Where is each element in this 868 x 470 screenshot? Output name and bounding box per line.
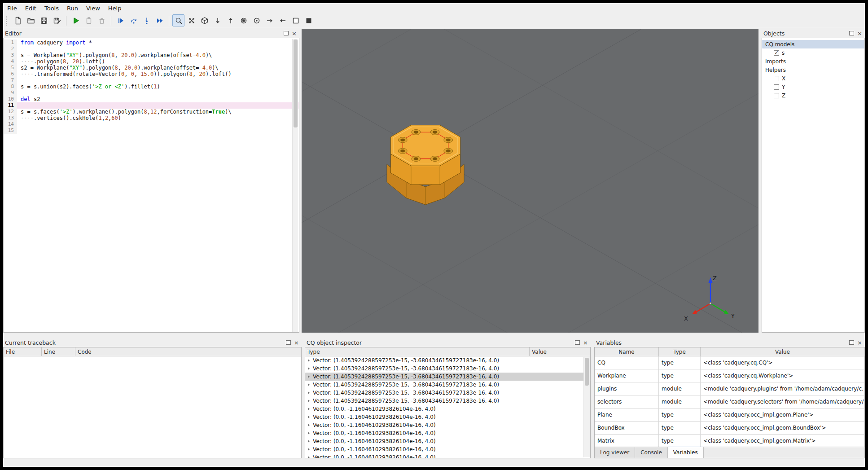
tab-variables[interactable]: Variables — [668, 447, 704, 458]
iso-view-button[interactable] — [198, 14, 210, 26]
inspector-row[interactable]: Vector: (1.4053924288597253e-15, -3.6804… — [305, 397, 590, 405]
pan-up-button[interactable] — [224, 14, 237, 26]
code-line[interactable]: 12s = s.faces('>Z').workplane().polygon(… — [4, 109, 299, 115]
viewport-3d[interactable]: Z Y X — [302, 29, 758, 333]
code-line[interactable]: 1from cadquery import * — [4, 40, 299, 46]
code-line[interactable]: 15 — [4, 127, 299, 134]
run-button[interactable] — [70, 14, 82, 26]
tab-log-viewer[interactable]: Log viewer — [595, 447, 635, 458]
code-line[interactable]: 10del s2 — [4, 96, 299, 102]
variable-row[interactable]: Matrixtype<class 'cadquery.occ_impl.geom… — [595, 435, 864, 448]
expander-icon[interactable] — [308, 456, 310, 458]
tree-item-x[interactable]: X — [762, 74, 864, 83]
variable-row[interactable]: Planetype<class 'cadquery.occ_impl.geom.… — [595, 409, 864, 422]
inspector-row[interactable]: Vector: (0.0, -1.1604610293826104e-16, 4… — [305, 421, 590, 429]
expander-icon[interactable] — [308, 448, 310, 451]
column-header-file[interactable]: File — [4, 347, 42, 356]
column-header-code[interactable]: Code — [75, 347, 301, 356]
toolbar-handle[interactable] — [6, 16, 9, 26]
debug-button[interactable] — [114, 14, 127, 26]
inspector-row[interactable]: Vector: (0.0, -1.1604610293826104e-16, 4… — [305, 453, 590, 458]
code-line[interactable]: 5s2 = Workplane("XY").polygon(8, 20.0).w… — [4, 65, 299, 71]
menu-tools[interactable]: Tools — [40, 4, 63, 13]
code-line[interactable]: 2 — [4, 46, 299, 52]
expander-icon[interactable] — [308, 375, 310, 378]
step-over-button[interactable] — [127, 14, 140, 26]
tree-group-helpers[interactable]: Helpers — [762, 66, 864, 74]
fit-view-button[interactable] — [185, 14, 197, 26]
delete-button[interactable] — [96, 14, 108, 26]
center-view-button[interactable] — [250, 14, 263, 26]
close-icon[interactable]: × — [857, 340, 862, 346]
variable-row[interactable]: BoundBoxtype<class 'cadquery.occ_impl.ge… — [595, 422, 864, 435]
close-icon[interactable]: × — [292, 31, 297, 36]
step-into-button[interactable] — [140, 14, 153, 26]
variable-row[interactable]: pluginsmodule<module 'cadquery.plugins' … — [595, 382, 864, 395]
code-line[interactable]: 8s = s.union(s2).faces('>Z or <Z').fille… — [4, 83, 299, 90]
shaded-button[interactable] — [302, 14, 315, 26]
checkbox-x[interactable] — [774, 76, 779, 81]
cad-model[interactable] — [387, 125, 464, 205]
code-lines[interactable]: 1from cadquery import *23s = Workplane("… — [4, 38, 299, 332]
expander-icon[interactable] — [308, 391, 310, 394]
menu-view[interactable]: View — [82, 4, 104, 13]
inspector-row[interactable]: Vector: (0.0, -1.1604610293826104e-16, 4… — [305, 413, 590, 421]
editor-scrollbar[interactable] — [292, 39, 298, 332]
menu-file[interactable]: File — [3, 4, 21, 13]
continue-button[interactable] — [153, 14, 166, 26]
inspector-row[interactable]: Vector: (0.0, -1.1604610293826104e-16, 4… — [305, 437, 590, 445]
pan-right-button[interactable] — [263, 14, 276, 26]
expander-icon[interactable] — [308, 383, 310, 386]
menu-help[interactable]: Help — [104, 4, 126, 13]
code-line[interactable]: 3s = Workplane("XY").polygon(8, 20.0).wo… — [4, 52, 299, 58]
editor-scrollbar-thumb[interactable] — [294, 40, 298, 127]
inspector-row[interactable]: Vector: (1.4053924288597253e-15, -3.6804… — [305, 389, 590, 397]
open-button[interactable] — [25, 14, 37, 26]
variable-row[interactable]: Workplanetype<class 'cadquery.cq.Workpla… — [595, 369, 864, 382]
inspector-row[interactable]: Vector: (0.0, -1.1604610293826104e-16, 4… — [305, 405, 590, 413]
expander-icon[interactable] — [308, 416, 310, 418]
save-button[interactable] — [38, 14, 50, 26]
save-as-button[interactable] — [51, 14, 63, 26]
checkbox-z[interactable] — [774, 93, 779, 98]
code-line[interactable]: 6····.transformed(rotate=Vector(0, 0, 15… — [4, 71, 299, 77]
column-header-type[interactable]: Type — [659, 347, 701, 356]
close-icon[interactable]: × — [294, 340, 299, 346]
menu-run[interactable]: Run — [63, 4, 82, 13]
expander-icon[interactable] — [308, 359, 310, 362]
close-icon[interactable]: × — [583, 340, 588, 346]
checkbox-y[interactable] — [774, 84, 779, 90]
column-header-type[interactable]: Type — [305, 347, 530, 356]
column-header-name[interactable]: Name — [595, 347, 659, 356]
close-icon[interactable]: × — [857, 31, 862, 36]
menu-edit[interactable]: Edit — [21, 4, 40, 13]
tree-group-imports[interactable]: Imports — [762, 57, 864, 66]
code-line[interactable]: 9 — [4, 90, 299, 96]
float-icon[interactable] — [286, 340, 291, 345]
tree-item-z[interactable]: Z — [762, 91, 864, 100]
inspector-row[interactable]: Vector: (1.4053924288597253e-15, -3.6804… — [305, 356, 590, 365]
variable-row[interactable]: selectorsmodule<module 'cadquery.selecto… — [595, 395, 864, 409]
zoom-toggle-button[interactable] — [172, 14, 184, 26]
expander-icon[interactable] — [308, 400, 310, 402]
variable-row[interactable]: CQtype<class 'cadquery.cq.CQ'> — [595, 356, 864, 369]
code-line[interactable]: 14 — [4, 121, 299, 127]
tab-console[interactable]: Console — [635, 447, 668, 458]
inspector-row[interactable]: Vector: (1.4053924288597253e-15, -3.6804… — [305, 365, 590, 373]
float-icon[interactable] — [849, 31, 854, 35]
tree-item-y[interactable]: Y — [762, 83, 864, 91]
new-file-button[interactable] — [12, 14, 24, 26]
column-header-value[interactable]: Value — [701, 347, 864, 356]
float-icon[interactable] — [849, 340, 854, 345]
tree-group-cq-models[interactable]: CQ models — [762, 40, 864, 48]
expander-icon[interactable] — [308, 367, 310, 370]
inspector-row[interactable]: Vector: (1.4053924288597253e-15, -3.6804… — [305, 373, 590, 381]
column-header-line[interactable]: Line — [42, 347, 75, 356]
float-icon[interactable] — [575, 340, 580, 345]
pan-left-button[interactable] — [276, 14, 289, 26]
column-header-value[interactable]: Value — [530, 347, 590, 356]
inspector-row[interactable]: Vector: (0.0, -1.1604610293826104e-16, 4… — [305, 429, 590, 437]
expander-icon[interactable] — [308, 408, 310, 410]
tree-item-s[interactable]: s — [762, 48, 864, 57]
code-line[interactable]: 7 — [4, 77, 299, 83]
